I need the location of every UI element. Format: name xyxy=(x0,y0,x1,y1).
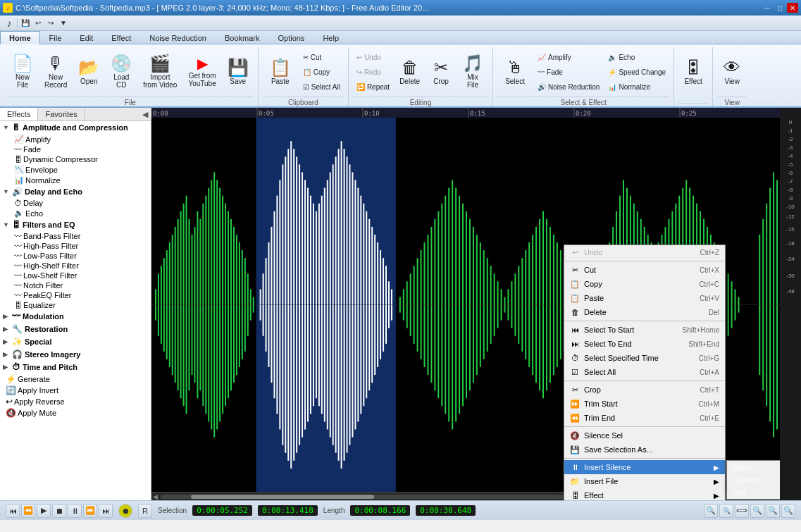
btn-new-record[interactable]: 🎙 NewRecord xyxy=(39,49,72,95)
btn-pause[interactable]: ⏸ xyxy=(68,504,82,518)
scroll-left-btn[interactable]: ◀ xyxy=(153,493,158,500)
tree-restoration[interactable]: ▶ 🔧 Restoration xyxy=(0,323,151,335)
ctx-paste[interactable]: 📋 Paste Ctrl+V xyxy=(564,291,725,305)
btn-zoom-out[interactable]: 🔍 xyxy=(719,504,733,518)
btn-noise-reduction[interactable]: 🔊Noise Reduction xyxy=(534,80,603,94)
effect-equalizer[interactable]: 🎛Equalizer xyxy=(11,300,151,310)
ctx-select-all[interactable]: ☑ Select All Ctrl+A xyxy=(564,365,725,379)
ctx-cut[interactable]: ✂ Cut Ctrl+X xyxy=(564,263,725,277)
ctx-select-time[interactable]: ⏱ Select Specified Time Ctrl+G xyxy=(564,351,725,365)
qat-redo[interactable]: ↪ xyxy=(44,17,57,30)
qat-save[interactable]: 💾 xyxy=(19,17,32,30)
ctx-insert-file[interactable]: 📁 Insert File ▶ xyxy=(564,474,725,488)
ctx-insert-begin[interactable]: Begin xyxy=(727,461,780,474)
sidebar-tab-favorites[interactable]: Favorites xyxy=(38,108,85,120)
btn-mix-file[interactable]: 🎵 MixFile xyxy=(457,49,488,95)
effect-normalize[interactable]: 📊Normalize xyxy=(11,175,151,185)
tab-effect[interactable]: Effect xyxy=(102,31,140,44)
tree-group-amplitude[interactable]: ▼ 🎚 Amplitude and Compression xyxy=(0,121,151,134)
ctx-silence-sel[interactable]: 🔇 Silence Sel xyxy=(564,428,725,443)
ctx-trim-start[interactable]: ⏩ Trim Start Ctrl+M xyxy=(564,397,725,411)
effect-bandpass[interactable]: 〰Band-Pass Filter xyxy=(11,231,151,241)
effect-envelope[interactable]: 📉Envelope xyxy=(11,164,151,175)
btn-undo[interactable]: ↩Undo xyxy=(353,50,393,64)
btn-view[interactable]: 👁 View xyxy=(717,49,747,95)
tab-home[interactable]: Home xyxy=(0,31,40,44)
close-button[interactable]: ✕ xyxy=(787,3,798,13)
tree-generate[interactable]: ⚡ Generate xyxy=(0,373,151,385)
ctx-select-start[interactable]: ⏮ Select To Start Shift+Home xyxy=(564,323,725,337)
scroll-thumb[interactable] xyxy=(191,495,374,499)
tree-special[interactable]: ▶ ✨ Special xyxy=(0,335,151,348)
btn-speed[interactable]: ⚡Speed Change xyxy=(604,65,669,79)
effect-amplify[interactable]: 📈Amplify xyxy=(11,134,151,144)
effect-dynamic-compressor[interactable]: 🎛Dynamic Compressor xyxy=(11,154,151,164)
btn-amplify[interactable]: 📈Amplify xyxy=(534,50,603,64)
ctx-trim-end[interactable]: ⏪ Trim End Ctrl+E xyxy=(564,411,725,425)
ctx-insert-silence[interactable]: ⏸ Insert Silence ▶ Begin Current xyxy=(564,460,725,474)
ctx-undo[interactable]: ↩ Undo Ctrl+Z xyxy=(564,245,725,259)
btn-echo[interactable]: 🔉Echo xyxy=(604,50,669,64)
btn-select[interactable]: 🖱 Select xyxy=(497,49,533,95)
tree-apply-invert[interactable]: 🔄 Apply Invert xyxy=(0,385,151,396)
btn-load-cd[interactable]: 💿 LoadCD xyxy=(106,49,137,95)
effect-delay[interactable]: ⏱Delay xyxy=(11,198,151,208)
waveform-area[interactable]: 0:00 0:05 0:10 0:15 0:20 0:25 0:30 xyxy=(151,108,780,500)
btn-crop[interactable]: ✂ Crop xyxy=(426,49,456,95)
tree-stereo[interactable]: ▶ 🎧 Stereo Imagery xyxy=(0,348,151,361)
effect-lowpass[interactable]: 〰Low-Pass Filter xyxy=(11,251,151,261)
btn-stop[interactable]: ⏹ xyxy=(52,504,66,518)
btn-zoom-4[interactable]: 🔍 xyxy=(781,504,795,518)
btn-play[interactable]: ▶ xyxy=(37,504,51,518)
tab-edit[interactable]: Edit xyxy=(70,31,102,44)
effect-highshelf[interactable]: 〰High-Shelf Filter xyxy=(11,261,151,271)
maximize-button[interactable]: □ xyxy=(774,3,786,13)
tree-group-filters[interactable]: ▼ 🎛 Filters and EQ xyxy=(0,218,151,231)
btn-repeat[interactable]: 🔁Repeat xyxy=(353,80,393,94)
btn-zoom-fit[interactable]: ⟺ xyxy=(735,504,749,518)
sidebar-tab-effects[interactable]: Effects xyxy=(0,108,38,120)
tab-noise[interactable]: Noise Reduction xyxy=(140,31,216,44)
tab-options[interactable]: Options xyxy=(268,31,313,44)
btn-prev[interactable]: ⏪ xyxy=(21,504,35,518)
btn-effect[interactable]: 🎛 Effect xyxy=(678,49,708,95)
ctx-save-selection[interactable]: 💾 Save Selection As... xyxy=(564,443,725,457)
btn-select-all[interactable]: ☑Select All xyxy=(299,80,344,94)
btn-zoom-2[interactable]: 🔍 xyxy=(750,504,764,518)
btn-redo[interactable]: ↪Redo xyxy=(353,65,393,79)
effect-notch[interactable]: 〰Notch Filter xyxy=(11,280,151,290)
btn-r[interactable]: R xyxy=(138,504,152,518)
btn-to-end[interactable]: ⏭ xyxy=(99,504,113,518)
minimize-button[interactable]: ─ xyxy=(762,3,773,13)
ctx-copy[interactable]: 📋 Copy Ctrl+C xyxy=(564,277,725,291)
tab-bookmark[interactable]: Bookmark xyxy=(216,31,269,44)
tree-apply-reverse[interactable]: ↩ Apply Reverse xyxy=(0,396,151,407)
btn-get-youtube[interactable]: ▶ Get fromYouTube xyxy=(183,49,221,95)
btn-save[interactable]: 💾 Save xyxy=(223,49,254,95)
tree-group-delay[interactable]: ▼ 🔊 Delay and Echo xyxy=(0,185,151,198)
tab-file[interactable]: File xyxy=(40,31,71,44)
effect-echo[interactable]: 🔉Echo xyxy=(11,208,151,218)
ctx-delete[interactable]: 🗑 Delete Del xyxy=(564,305,725,319)
tree-time-pitch[interactable]: ▶ ⏱ Time and Pitch xyxy=(0,361,151,373)
btn-record-status[interactable]: ⏺ xyxy=(118,504,132,518)
btn-normalize[interactable]: 📊Normalize xyxy=(604,80,669,94)
btn-fade[interactable]: 〰Fade xyxy=(534,65,603,79)
btn-next[interactable]: ⏩ xyxy=(83,504,97,518)
tree-apply-mute[interactable]: 🔇 Apply Mute xyxy=(0,407,151,419)
waveform-display[interactable]: ↩ Undo Ctrl+Z ✂ Cut Ctrl+X 📋 Copy Ctrl+C xyxy=(151,118,780,492)
btn-copy[interactable]: 📋Copy xyxy=(299,65,344,79)
ctx-select-end[interactable]: ⏭ Select To End Shift+End xyxy=(564,337,725,351)
effect-lowshelf[interactable]: 〰Low-Shelf Filter xyxy=(11,271,151,280)
tab-help[interactable]: Help xyxy=(313,31,348,44)
effect-fade[interactable]: 〰Fade xyxy=(11,144,151,154)
sidebar-collapse-btn[interactable]: ◀ xyxy=(139,108,151,120)
ctx-effect-submenu[interactable]: 🎛 Effect ▶ xyxy=(564,488,725,500)
ctx-insert-end[interactable]: End xyxy=(727,486,780,499)
qat-icon[interactable]: ♪ xyxy=(3,17,15,30)
btn-paste[interactable]: 📋 Paste xyxy=(263,49,298,95)
btn-zoom-in[interactable]: 🔍 xyxy=(704,504,718,518)
qat-dropdown[interactable]: ▼ xyxy=(57,17,70,30)
btn-open[interactable]: 📂 Open xyxy=(73,49,104,95)
ctx-insert-current[interactable]: Current xyxy=(727,474,780,486)
